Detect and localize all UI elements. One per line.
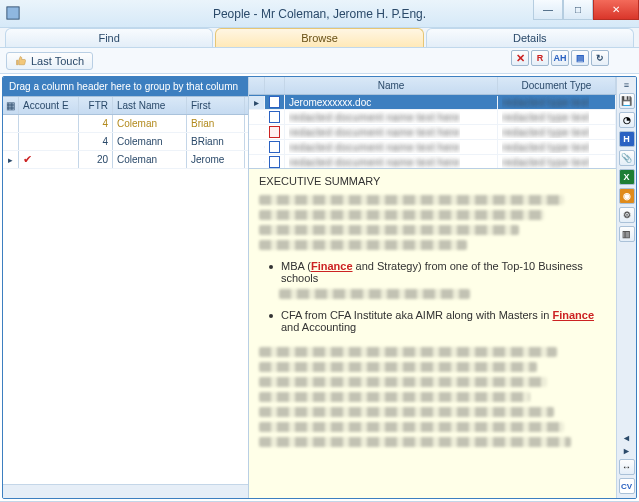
doc-grid-header: Name Document Type [249, 77, 616, 95]
document-pane: Name Document Type ▸Jeromexxxxxx.docreda… [249, 77, 616, 498]
word-icon [269, 141, 280, 153]
redacted-line [259, 210, 544, 220]
grid-body[interactable]: 4ColemanBrian4ColemannBRiann▸✔20ColemanJ… [3, 115, 248, 484]
doc-row[interactable]: redacted document name text hereredacted… [249, 125, 616, 140]
redacted-line [259, 195, 564, 205]
redacted-line [259, 437, 571, 447]
word-icon [269, 96, 280, 108]
tab-details[interactable]: Details [426, 28, 634, 47]
r-button[interactable]: R [531, 50, 549, 66]
settings-icon[interactable]: ⚙ [619, 207, 635, 223]
link-finance[interactable]: Finance [311, 260, 353, 272]
people-grid-pane: Drag a column header here to group by th… [3, 77, 249, 498]
nav-left-icon[interactable]: ◄ [620, 433, 634, 443]
doc-col-name[interactable]: Name [285, 77, 498, 94]
expand-icon[interactable]: ↔ [619, 459, 635, 475]
save-icon[interactable]: 💾 [619, 93, 635, 109]
thumbs-up-icon [15, 55, 27, 67]
group-by-hint[interactable]: Drag a column header here to group by th… [3, 77, 248, 96]
main-tabs: Find Browse Details [0, 28, 639, 48]
last-touch-button[interactable]: Last Touch [6, 52, 93, 70]
bullet-icon [269, 314, 273, 318]
close-button[interactable]: ✕ [593, 0, 639, 20]
tab-find[interactable]: Find [5, 28, 213, 47]
doc-toolbar: ✕ R AH ▤ ↻ [511, 50, 609, 66]
doc-row[interactable]: redacted document name text hereredacted… [249, 155, 616, 169]
nav-right-icon[interactable]: ► [620, 446, 634, 456]
bullet-icon [269, 265, 273, 269]
redacted-line [259, 225, 519, 235]
redacted-line [259, 362, 537, 372]
col-last-name[interactable]: Last Name [113, 97, 187, 114]
cv-button[interactable]: CV [619, 478, 635, 494]
redacted-line [259, 377, 547, 387]
page-icon[interactable]: ▥ [619, 226, 635, 242]
content-area: Drag a column header here to group by th… [2, 76, 637, 499]
clock-icon[interactable]: ◔ [619, 112, 635, 128]
attach-icon[interactable]: 📎 [619, 150, 635, 166]
history-icon[interactable]: H [619, 131, 635, 147]
document-preview[interactable]: EXECUTIVE SUMMARY MBA (Finance and Strat… [249, 169, 616, 498]
doc-col-indicator[interactable] [249, 77, 265, 94]
bullet-item: CFA from CFA Institute aka AIMR along wi… [269, 309, 606, 333]
doc-col-type[interactable]: Document Type [498, 77, 616, 94]
redacted-line [259, 422, 564, 432]
link-finance[interactable]: Finance [552, 309, 594, 321]
svg-rect-0 [7, 7, 19, 19]
grid-hscroll[interactable] [3, 484, 248, 498]
doc-grid-body[interactable]: ▸Jeromexxxxxx.docredacted type textredac… [249, 95, 616, 169]
col-indicator[interactable]: ▦ [3, 97, 19, 114]
maximize-button[interactable]: □ [563, 0, 593, 20]
col-account[interactable]: Account E [19, 97, 79, 114]
table-row[interactable]: 4ColemannBRiann [3, 133, 248, 151]
doc-row[interactable]: redacted document name text hereredacted… [249, 140, 616, 155]
excel-icon[interactable]: X [619, 169, 635, 185]
window-title: People - Mr Coleman, Jerome H. P.Eng. [213, 7, 426, 21]
table-row[interactable]: 4ColemanBrian [3, 115, 248, 133]
word-icon [269, 111, 280, 123]
doc-row[interactable]: redacted document name text hereredacted… [249, 110, 616, 125]
doc-row[interactable]: ▸Jeromexxxxxx.docredacted type text [249, 95, 616, 110]
preview-heading: EXECUTIVE SUMMARY [259, 175, 606, 187]
redacted-line [259, 240, 467, 250]
doc-col-icon[interactable] [265, 77, 285, 94]
app-icon [6, 6, 20, 20]
redacted-line [259, 347, 557, 357]
redacted-line [279, 289, 470, 299]
pdf-icon [269, 126, 280, 138]
table-row[interactable]: ▸✔20ColemanJerome [3, 151, 248, 169]
doc-icon[interactable]: ▤ [571, 50, 589, 66]
col-first-name[interactable]: First [187, 97, 245, 114]
delete-icon[interactable]: ✕ [511, 50, 529, 66]
word-icon [269, 156, 280, 168]
tab-browse[interactable]: Browse [215, 28, 423, 47]
right-rail: ≡ 💾 ◔ H 📎 X ◉ ⚙ ▥ ◄ ► ↔ CV [616, 77, 636, 498]
minimize-button[interactable]: — [533, 0, 563, 20]
redacted-line [259, 407, 554, 417]
rail-chevron-icon[interactable]: ≡ [624, 80, 629, 90]
col-ftr[interactable]: FTR [79, 97, 113, 114]
grid-header: ▦ Account E FTR Last Name First [3, 96, 248, 115]
ah-button[interactable]: AH [551, 50, 569, 66]
redacted-line [259, 392, 530, 402]
title-bar: People - Mr Coleman, Jerome H. P.Eng. — … [0, 0, 639, 28]
refresh-icon[interactable]: ↻ [591, 50, 609, 66]
last-touch-label: Last Touch [31, 55, 84, 67]
chart-icon[interactable]: ◉ [619, 188, 635, 204]
bullet-item: MBA (Finance and Strategy) from one of t… [269, 260, 606, 284]
